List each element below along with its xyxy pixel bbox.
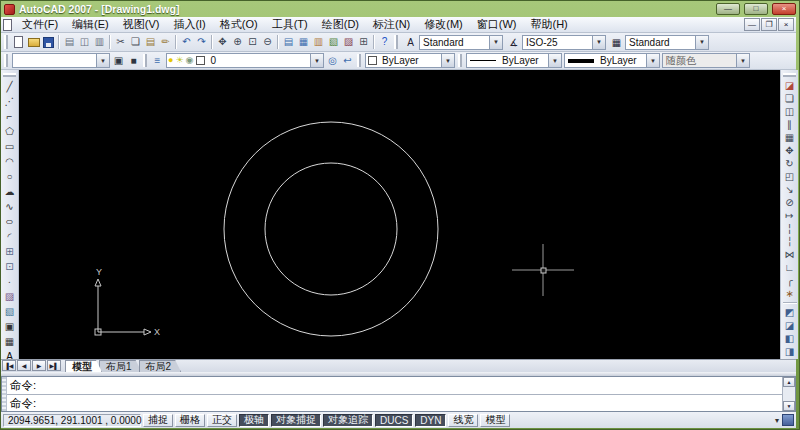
rotate-icon[interactable]: ↻ [782, 157, 798, 170]
linetype-combo[interactable]: ByLayer ▼ [466, 53, 562, 68]
lineweight-combo[interactable]: ByLayer ▼ [564, 53, 660, 68]
table-icon[interactable]: ▦ [2, 334, 18, 349]
tab-nav-button[interactable]: ◀ [17, 360, 31, 371]
status-toggle-栅格[interactable]: 栅格 [175, 414, 205, 427]
chevron-down-icon[interactable]: ▼ [695, 36, 708, 49]
region-icon[interactable]: ▣ [2, 319, 18, 334]
menu-item[interactable]: 标注(N) [366, 17, 417, 32]
menu-item[interactable]: 格式(O) [213, 17, 265, 32]
scroll-down-icon[interactable]: ▼ [783, 401, 795, 411]
command-prompt[interactable]: 命令: [7, 394, 782, 412]
explode-icon[interactable]: ∗ [782, 287, 798, 300]
insert-block-icon[interactable]: ⊞ [2, 244, 18, 259]
extend-icon[interactable]: ↦ [782, 209, 798, 222]
command-lines[interactable]: 命令:命令: [7, 377, 782, 411]
status-tray-icon[interactable] [782, 414, 794, 426]
layer-combo[interactable]: ● ☀ ◉ 0 ▼ [166, 53, 324, 68]
toolbar-grip[interactable] [4, 35, 8, 49]
make-block-icon[interactable]: ⊡ [2, 259, 18, 274]
qnew-icon[interactable] [11, 35, 26, 50]
menu-item[interactable]: 绘图(D) [315, 17, 366, 32]
my-workspace-icon[interactable]: ■ [126, 53, 141, 68]
color-combo[interactable]: ByLayer ▼ [365, 53, 455, 68]
save-icon[interactable] [41, 35, 56, 50]
fillet-icon[interactable]: ╭ [782, 274, 798, 287]
close-button[interactable]: × [772, 3, 796, 15]
chamfer-icon[interactable]: ∟ [782, 261, 798, 274]
tab-nav-button[interactable]: ▐◀ [2, 360, 16, 371]
workspace-settings-icon[interactable]: ▣ [111, 53, 126, 68]
chevron-down-icon[interactable]: ▼ [310, 54, 323, 67]
scroll-up-icon[interactable]: ▲ [783, 377, 795, 387]
quickcalc-icon[interactable]: ⊞ [356, 35, 371, 50]
mdi-restore-button[interactable]: ❐ [761, 18, 777, 31]
dim-style-combo[interactable]: ISO-25 ▼ [522, 35, 606, 50]
zoom-window-icon[interactable]: ⊡ [245, 35, 260, 50]
layout-tab-布局2[interactable]: 布局2 [139, 360, 182, 372]
arc-icon[interactable]: ◠ [2, 154, 18, 169]
plot-preview-icon[interactable]: ◫ [77, 35, 92, 50]
chevron-down-icon[interactable]: ▼ [441, 54, 454, 67]
toolbar-grip[interactable] [3, 73, 17, 77]
construction-line-icon[interactable]: ⋰ [2, 94, 18, 109]
undo-icon[interactable]: ↶ [179, 35, 194, 50]
menu-item[interactable]: 视图(V) [116, 17, 167, 32]
layout-tab-布局1[interactable]: 布局1 [99, 360, 142, 372]
circle-icon[interactable]: ○ [2, 169, 18, 184]
circle-entity[interactable] [265, 163, 397, 295]
markup-manager-icon[interactable]: ▨ [341, 35, 356, 50]
mdi-close-button[interactable]: × [778, 18, 794, 31]
circle-entity[interactable] [224, 122, 438, 336]
ellipse-arc-icon[interactable]: ◜ [2, 229, 18, 244]
array-icon[interactable]: ▦ [782, 131, 798, 144]
toolbar-grip[interactable] [394, 35, 398, 49]
paste-icon[interactable]: ▤ [143, 35, 158, 50]
chevron-down-icon[interactable]: ▼ [646, 54, 659, 67]
hatch-icon[interactable]: ▨ [2, 289, 18, 304]
stretch-icon[interactable]: ↘ [782, 183, 798, 196]
redo-icon[interactable]: ↷ [194, 35, 209, 50]
polygon-icon[interactable]: ⬠ [2, 124, 18, 139]
maximize-button[interactable]: □ [744, 3, 768, 15]
chevron-down-icon[interactable]: ▼ [96, 54, 109, 67]
tab-nav-button[interactable]: ▶ [32, 360, 46, 371]
status-toggle-对象追踪[interactable]: 对象追踪 [323, 414, 373, 427]
revision-cloud-icon[interactable]: ☁ [2, 184, 18, 199]
zoom-previous-icon[interactable]: ⊖ [260, 35, 275, 50]
layer-properties-manager-icon[interactable]: ≡ [150, 53, 165, 68]
menu-item[interactable]: 窗口(W) [470, 17, 524, 32]
status-toggle-正交[interactable]: 正交 [207, 414, 237, 427]
line-icon[interactable]: ╱ [2, 79, 18, 94]
menu-item[interactable]: 帮助(H) [524, 17, 575, 32]
status-toggle-捕捉[interactable]: 捕捉 [143, 414, 173, 427]
toolbar-grip[interactable] [357, 54, 361, 68]
status-toggle-线宽[interactable]: 线宽 [448, 414, 478, 427]
spline-icon[interactable]: ∿ [2, 199, 18, 214]
text-style-combo[interactable]: Standard ▼ [419, 35, 503, 50]
status-toggle-DUCS[interactable]: DUCS [375, 414, 413, 427]
toolbar-grip[interactable] [783, 73, 797, 77]
status-toggle-极轴[interactable]: 极轴 [239, 414, 269, 427]
chevron-down-icon[interactable]: ▼ [592, 36, 605, 49]
cut-icon[interactable]: ✂ [113, 35, 128, 50]
offset-icon[interactable]: ∥ [782, 118, 798, 131]
bring-to-front-icon[interactable]: ◩ [782, 306, 798, 319]
copy-icon[interactable]: ❏ [128, 35, 143, 50]
copy-object-icon[interactable]: ❏ [782, 92, 798, 105]
mdi-minimize-button[interactable]: — [744, 18, 760, 31]
gradient-icon[interactable]: ▧ [2, 304, 18, 319]
layout-tab-模型[interactable]: 模型 [65, 360, 102, 372]
menu-item[interactable]: 插入(I) [166, 17, 212, 32]
help-icon[interactable]: ? [377, 35, 392, 50]
command-scrollbar[interactable]: ▲ ▼ [782, 377, 795, 411]
open-icon[interactable] [26, 35, 41, 50]
send-to-back-icon[interactable]: ◪ [782, 319, 798, 332]
erase-icon[interactable]: ◪ [782, 79, 798, 92]
minimize-button[interactable]: — [716, 3, 740, 15]
break-at-point-icon[interactable]: ¦ [782, 222, 798, 235]
trim-icon[interactable]: ⊘ [782, 196, 798, 209]
mirror-icon[interactable]: ◫ [782, 105, 798, 118]
designcenter-icon[interactable]: ▦ [296, 35, 311, 50]
plot-icon[interactable]: ▤ [62, 35, 77, 50]
chevron-down-icon[interactable]: ▼ [489, 36, 502, 49]
